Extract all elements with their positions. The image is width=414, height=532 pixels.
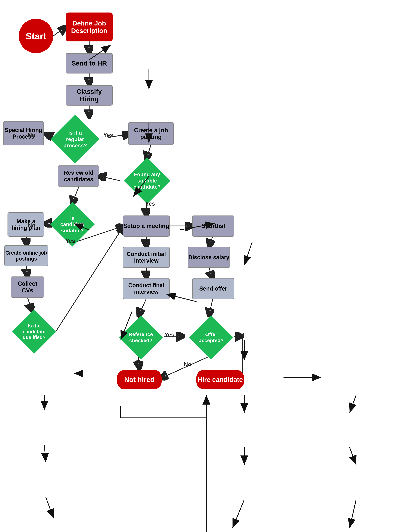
no-ref-label: No (136, 359, 144, 365)
collect-cvs-node: Collect CVs (11, 276, 44, 298)
make-plan-node: Make ahiring plan (8, 212, 44, 237)
create-posting-node: Create a jobposting (128, 122, 174, 145)
special-hiring-node: Special HiringProcess (3, 121, 44, 145)
yes-suitable-label: Yes (65, 238, 75, 244)
setup-meeting-node: Setup a meeting (123, 216, 170, 237)
online-postings-node: Create online jobpostings (4, 245, 48, 266)
svg-line-0 (53, 27, 66, 36)
no-regular-label: No (28, 132, 35, 138)
disclose-salary-node: Disclose salary (188, 247, 230, 268)
flowchart: Start Define JobDescription Send to HR C… (0, 0, 414, 532)
is-qualified-diamond: Is thecandidatequalified? (6, 309, 62, 354)
review-old-node: Review oldcandidates (58, 165, 99, 187)
svg-line-20 (209, 236, 213, 247)
hire-candidate-node: Hire candidate (196, 370, 244, 390)
reference-checked-diamond: Referencechecked? (112, 315, 170, 360)
offer-accepted-diamond: Offeraccepted? (183, 315, 239, 360)
shortlist-node: Shortlist (192, 216, 234, 237)
found-candidate-diamond: Found anysuitablecandidate? (117, 158, 177, 204)
regular-process-diamond: Is it aregularprocess? (44, 115, 106, 163)
svg-line-6 (146, 145, 151, 160)
no-offer-label: No (184, 361, 191, 368)
svg-line-8 (72, 186, 79, 204)
no-suitable-label: No (28, 222, 35, 229)
no-found-label: No (98, 174, 105, 180)
yes-ref-label: Yes (164, 332, 174, 338)
start-node: Start (19, 19, 53, 53)
classify-hiring-node: Classify Hiring (66, 85, 113, 105)
send-hr-node: Send to HR (66, 53, 113, 74)
send-offer-node: Send offer (192, 278, 234, 299)
yes-offer-label: Yes (235, 331, 244, 337)
svg-line-17 (138, 299, 146, 316)
define-job-node: Define JobDescription (66, 12, 113, 41)
svg-line-21 (209, 267, 213, 278)
svg-line-12 (27, 297, 32, 311)
not-hired-node: Not hired (117, 370, 162, 390)
initial-interview-node: Conduct initialinterview (123, 247, 170, 268)
yes-regular-label: Yes (103, 132, 113, 138)
yes-found-label: Yes (145, 200, 155, 207)
svg-line-22 (209, 299, 213, 316)
svg-line-11 (27, 266, 27, 277)
final-interview-node: Conduct finalinterview (123, 278, 170, 299)
